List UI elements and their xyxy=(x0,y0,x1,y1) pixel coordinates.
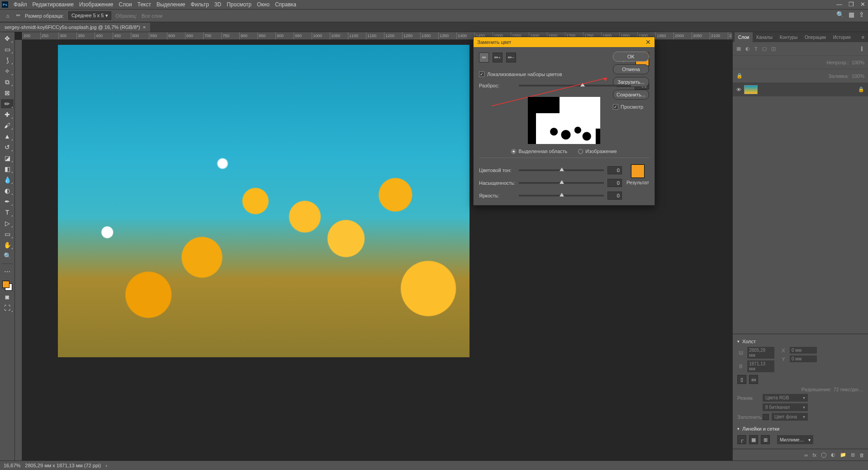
ok-button[interactable]: OK xyxy=(613,52,649,62)
sat-slider[interactable] xyxy=(519,182,604,184)
window-minimize-icon[interactable]: — xyxy=(836,1,842,8)
search-icon[interactable]: 🔍 xyxy=(836,11,844,18)
zoom-value[interactable]: 16,67% xyxy=(4,463,20,468)
fx-icon[interactable]: fx xyxy=(812,452,816,458)
sat-value[interactable]: 0 xyxy=(607,179,622,187)
cancel-button[interactable]: Отмена xyxy=(613,64,649,74)
tool-blur[interactable]: 💧 xyxy=(1,175,14,184)
layer-row-bg[interactable]: 👁 🔒 xyxy=(733,83,868,96)
tool-brush[interactable]: 🖌 xyxy=(1,121,14,130)
grid-toggle-icon[interactable]: ▦ xyxy=(749,435,758,444)
rulers-section-title[interactable]: ▾Линейки и сетки xyxy=(737,424,863,433)
menu-3d[interactable]: 3D xyxy=(214,1,221,8)
menu-image[interactable]: Изображение xyxy=(79,1,114,8)
pixelgrid-icon[interactable]: ⊞ xyxy=(761,435,770,444)
tab-channels[interactable]: Каналы xyxy=(753,32,776,42)
filter-adjust-icon[interactable]: ◐ xyxy=(745,46,750,52)
dialog-close-icon[interactable]: ✕ xyxy=(645,38,651,46)
tab-actions[interactable]: Операции xyxy=(801,32,830,42)
w-value[interactable]: 2805,29 мм xyxy=(747,347,774,359)
mask-icon[interactable]: ◯ xyxy=(821,452,826,458)
tool-lasso[interactable]: ⟆ xyxy=(1,56,14,65)
eyedropper-icon[interactable]: ✎ xyxy=(15,12,22,19)
menu-file[interactable]: Файл xyxy=(14,1,27,8)
orient-landscape-icon[interactable]: ▭ xyxy=(749,375,758,384)
dialog-titlebar[interactable]: Заменить цвет ✕ xyxy=(474,37,655,47)
document-tab[interactable]: sergey-shmidt-koy6FlCCy5s-unsplash.jpg @… xyxy=(0,23,150,32)
close-tab-icon[interactable]: × xyxy=(143,24,146,30)
opacity-value[interactable]: 100% xyxy=(852,60,864,65)
lock-icon[interactable]: 🔒 xyxy=(858,86,864,92)
canvas-section-title[interactable]: ▾Холст xyxy=(737,337,863,346)
workspace-icon[interactable]: ▦ xyxy=(849,11,854,18)
tab-paths[interactable]: Контуры xyxy=(776,32,801,42)
menu-text[interactable]: Текст xyxy=(138,1,151,8)
tool-quickmask[interactable]: ◙ xyxy=(1,293,14,302)
fillbg-dropdown[interactable]: Цвет фона▾ xyxy=(772,413,808,421)
filter-smart-icon[interactable]: ◫ xyxy=(771,46,776,52)
filter-shape-icon[interactable]: ▢ xyxy=(762,46,767,52)
filter-text-icon[interactable]: T xyxy=(754,46,758,52)
new-layer-icon[interactable]: ⊞ xyxy=(851,452,855,458)
tool-pen[interactable]: ✒ xyxy=(1,197,14,206)
preview-checkbox-row[interactable]: Просмотр xyxy=(613,104,649,110)
depth-dropdown[interactable]: 8 бит/канал▾ xyxy=(763,403,808,411)
menu-window[interactable]: Окно xyxy=(257,1,270,8)
document-canvas[interactable] xyxy=(58,45,470,357)
menu-help[interactable]: Справка xyxy=(275,1,296,8)
tool-path-select[interactable]: ▷ xyxy=(1,219,14,228)
x-value[interactable]: 0 мм xyxy=(790,347,817,354)
result-swatch[interactable] xyxy=(631,164,645,178)
hue-value[interactable]: 0 xyxy=(607,166,622,174)
eye-icon[interactable]: 👁 xyxy=(736,87,741,92)
hue-slider[interactable] xyxy=(519,169,604,171)
fuzziness-slider[interactable] xyxy=(519,85,631,86)
fg-color-swatch[interactable] xyxy=(2,281,9,288)
tool-edit-toolbar[interactable]: ⋯ xyxy=(1,267,14,276)
tool-hand[interactable]: ✋ xyxy=(1,240,14,249)
menu-select[interactable]: Выделение xyxy=(157,1,185,8)
tool-history-brush[interactable]: ↺ xyxy=(1,143,14,152)
link-icon[interactable]: ∞ xyxy=(805,452,808,458)
tool-marquee[interactable]: ▭ xyxy=(1,45,14,54)
eyedropper-sub-icon[interactable]: ✎− xyxy=(506,53,516,62)
share-icon[interactable]: ⇪ xyxy=(859,11,864,18)
trash-icon[interactable]: 🗑 xyxy=(859,452,864,458)
sample-layer-value[interactable]: Все слои xyxy=(142,13,162,19)
doc-info[interactable]: 2805,29 мм x 1871,13 мм (72 ppi) xyxy=(25,463,101,468)
window-close-icon[interactable]: ✕ xyxy=(860,1,865,8)
window-restore-icon[interactable]: ❐ xyxy=(849,1,854,8)
status-chevron-icon[interactable]: › xyxy=(105,463,107,468)
res-value[interactable]: 72 пикс/дю… xyxy=(833,387,863,392)
tool-eraser[interactable]: ◪ xyxy=(1,153,14,163)
tool-eyedropper[interactable]: ✎ xyxy=(1,99,14,108)
radio-selection[interactable]: Выделенная область xyxy=(511,149,567,154)
ruler-toggle-icon[interactable]: ┌ xyxy=(737,435,746,444)
y-value[interactable]: 0 мм xyxy=(790,355,817,362)
mode-dropdown[interactable]: Цвета RGB▾ xyxy=(763,394,808,402)
fill-value[interactable]: 100% xyxy=(852,73,864,79)
tool-magic-wand[interactable]: ✧ xyxy=(1,67,14,76)
tool-zoom[interactable]: 🔍 xyxy=(1,251,14,260)
light-value[interactable]: 0 xyxy=(607,192,622,200)
unit-dropdown[interactable]: Миллиме…▾ xyxy=(777,435,813,444)
filter-toggle[interactable]: ⏽ xyxy=(859,46,864,52)
filter-pixel-icon[interactable]: ▦ xyxy=(736,46,741,52)
menu-view[interactable]: Просмотр xyxy=(227,1,251,8)
radio-image[interactable]: Изображение xyxy=(578,149,617,154)
tool-move[interactable]: ✥ xyxy=(1,34,14,43)
light-slider[interactable] xyxy=(519,195,604,197)
fillbg-swatch[interactable] xyxy=(763,414,769,420)
h-value[interactable]: 1871,13 мм xyxy=(747,360,774,372)
preview-checkbox[interactable] xyxy=(613,104,618,110)
save-button[interactable]: Сохранить... xyxy=(613,90,649,100)
tool-healing[interactable]: ✚ xyxy=(1,110,14,119)
tab-layers[interactable]: Слои xyxy=(735,32,753,42)
eyedropper-add-icon[interactable]: ✎+ xyxy=(493,53,503,62)
home-icon[interactable]: ⌂ xyxy=(4,12,12,20)
tool-gradient[interactable]: ◧ xyxy=(1,164,14,173)
tab-history[interactable]: История xyxy=(830,32,854,42)
orient-portrait-icon[interactable]: ▯ xyxy=(737,375,746,384)
lock-icon[interactable]: 🔒 xyxy=(736,73,743,79)
menu-filter[interactable]: Фильтр xyxy=(191,1,209,8)
